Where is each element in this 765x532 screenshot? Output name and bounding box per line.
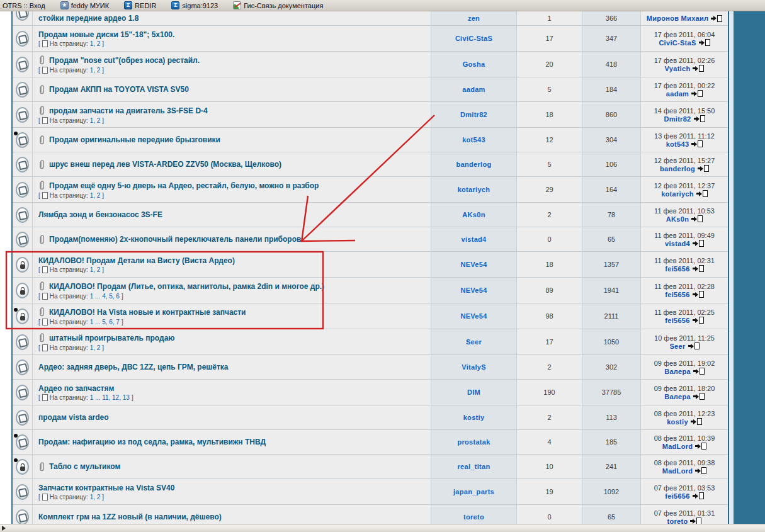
topic-title-link[interactable]: Продам: нафигацию из под седла, рамка, м…: [38, 438, 266, 446]
page-number-links[interactable]: 1 ... 11, 12, 13: [90, 394, 130, 401]
last-post-author-link[interactable]: kotariych: [661, 190, 694, 198]
topic-status-icon: [16, 157, 29, 173]
goto-last-post-icon[interactable]: [698, 165, 709, 172]
goto-last-post-icon[interactable]: [691, 140, 703, 147]
last-post-author-link[interactable]: banderlog: [660, 165, 695, 173]
topic-title-link[interactable]: Комплект грм на 1ZZ новый (в наличии, дё…: [38, 512, 222, 521]
goto-last-post-icon[interactable]: [691, 90, 703, 97]
last-post-author-link[interactable]: Seer: [669, 342, 685, 350]
last-post-author-link[interactable]: CiviC-StaS: [659, 39, 696, 47]
horizontal-scrollbar[interactable]: [0, 524, 765, 532]
page-number-links[interactable]: 1, 2: [90, 494, 101, 501]
last-post-author-link[interactable]: AKs0n: [666, 215, 689, 223]
topic-author-link[interactable]: prostatak: [457, 438, 490, 446]
topic-author-link[interactable]: japan_parts: [453, 488, 494, 495]
topic-author-link[interactable]: NEVe54: [460, 312, 487, 320]
topic-title-link[interactable]: Ардео по запчастям: [38, 384, 114, 393]
goto-last-post-icon[interactable]: [693, 291, 704, 298]
scroll-arrow-icon[interactable]: [2, 526, 6, 531]
topic-title-link[interactable]: Продам "nose cut"(обрез носа) рестайл.: [49, 56, 200, 65]
page-number-links[interactable]: 1, 2: [90, 266, 101, 273]
topic-author-link[interactable]: toreto: [463, 513, 484, 521]
topic-author-link[interactable]: banderlog: [456, 161, 492, 168]
last-post-author-link[interactable]: Миронов Михаил: [647, 14, 709, 22]
last-post-author-link[interactable]: Dmitr82: [664, 115, 691, 123]
goto-last-post-icon[interactable]: [691, 418, 702, 425]
last-post-author-link[interactable]: fei5656: [665, 291, 689, 298]
topic-title-link[interactable]: Запчасти контрактные на Vista SV40: [38, 484, 174, 492]
page-number-links[interactable]: 1 ... 5, 6, 7: [90, 319, 120, 325]
topic-author-link[interactable]: kostiy: [463, 414, 485, 421]
goto-last-post-icon[interactable]: [693, 265, 704, 272]
last-post-author-link[interactable]: Vyatich: [665, 65, 691, 72]
topic-author-link[interactable]: kotariych: [458, 186, 490, 193]
topic-author-link[interactable]: zen: [468, 14, 480, 22]
goto-last-post-icon[interactable]: [711, 15, 722, 22]
topic-title-link[interactable]: КИДАЛОВО! Продам (Литье, оптика, магнито…: [49, 282, 324, 291]
topic-title-link[interactable]: Продам новые диски 15"-18"; 5x100.: [38, 30, 174, 39]
topic-author-link[interactable]: Gosha: [463, 60, 485, 68]
goto-last-post-icon[interactable]: [693, 368, 705, 375]
last-post-author-link[interactable]: aadam: [666, 90, 689, 98]
goto-last-post-icon[interactable]: [688, 342, 700, 349]
topic-author-link[interactable]: kot543: [462, 136, 485, 144]
topic-author-link[interactable]: real_titan: [458, 463, 490, 470]
topic-title-link[interactable]: Продам оригинальные передние брызговики: [49, 135, 220, 144]
page-number-links[interactable]: 1, 2: [90, 40, 101, 47]
last-post-author-link[interactable]: fei5656: [665, 317, 689, 324]
topic-author-link[interactable]: AKs0n: [462, 211, 485, 218]
topic-author-link[interactable]: NEVe54: [460, 286, 487, 294]
topic-title-link[interactable]: Ардео: задняя дверь, ДВС 1ZZ, цепь ГРМ, …: [38, 363, 229, 371]
last-post-author-link[interactable]: MadLord: [662, 467, 693, 475]
bookmark-item[interactable]: OTRS :: Вход: [3, 2, 45, 9]
goto-last-post-icon[interactable]: [693, 240, 704, 247]
topic-author-link[interactable]: Seer: [466, 338, 482, 346]
bookmark-item[interactable]: ΣREDIR: [124, 1, 156, 9]
last-post-author-link[interactable]: MadLord: [662, 443, 693, 450]
bookmark-item[interactable]: Σsigma:9123: [171, 1, 218, 9]
last-post-author-link[interactable]: fei5656: [665, 492, 689, 500]
page-number-links[interactable]: 1, 2: [90, 344, 101, 351]
topic-author-link[interactable]: aadam: [462, 86, 485, 93]
last-post-author-link[interactable]: kostiy: [667, 418, 688, 426]
goto-last-post-icon[interactable]: [693, 492, 704, 499]
topic-title-link[interactable]: КИДАЛОВО! Продам Детали на Висту (Виста …: [38, 256, 235, 265]
topic-title-link[interactable]: КИДАЛОВО! На Vista новые и контрактные з…: [49, 308, 246, 317]
page-number-links[interactable]: 1, 2: [90, 67, 101, 74]
topic-title-link[interactable]: Продам(поменяю) 2х-кнопочный переключате…: [49, 235, 301, 244]
topic-author-link[interactable]: Dmitr82: [460, 111, 487, 118]
topic-title-link[interactable]: продам запчасти на двигатель 3S-FSE D-4: [49, 106, 208, 115]
last-post-author-link[interactable]: fei5656: [665, 265, 689, 273]
topic-title-link[interactable]: продам vista ardeo: [38, 413, 109, 422]
last-post-author-link[interactable]: Валера: [664, 368, 691, 375]
page-number-links[interactable]: 1 ... 4, 5, 6: [90, 293, 120, 300]
goto-last-post-icon[interactable]: [696, 190, 708, 197]
goto-last-post-icon[interactable]: [695, 467, 706, 474]
last-post-author-link[interactable]: Валера: [664, 393, 691, 400]
goto-last-post-icon[interactable]: [699, 39, 710, 46]
topic-title-link[interactable]: Лямбда зонд и бензонасос 3S-FE: [38, 210, 162, 219]
goto-last-post-icon[interactable]: [693, 317, 704, 324]
topic-author-link[interactable]: vistad4: [461, 235, 486, 243]
bookmark-item[interactable]: Гис-Связь документация: [233, 1, 323, 9]
topic-author-link[interactable]: VitalyS: [462, 363, 486, 371]
topic-title-link[interactable]: шрус внеш перед лев VISTA-ARDEO ZZV50 (М…: [49, 160, 281, 169]
bookmark-item[interactable]: ★feddy МУИК: [60, 1, 109, 9]
topic-author-link[interactable]: NEVe54: [460, 261, 487, 268]
topic-title-link[interactable]: штатный проигрыватель продаю: [49, 334, 175, 342]
goto-last-post-icon[interactable]: [695, 443, 706, 450]
goto-last-post-icon[interactable]: [693, 65, 704, 72]
goto-last-post-icon[interactable]: [694, 115, 705, 122]
topic-title-link[interactable]: Продам ещё одну 5-ю дверь на Ардео, рест…: [49, 181, 319, 190]
topic-author-link[interactable]: DIM: [467, 388, 480, 396]
page-number-links[interactable]: 1, 2: [90, 192, 101, 199]
topic-author-link[interactable]: CiviC-StaS: [455, 35, 492, 42]
topic-title-link[interactable]: стойки передние ардео 1.8: [38, 14, 139, 23]
last-post-author-link[interactable]: vistad4: [665, 240, 690, 247]
goto-last-post-icon[interactable]: [693, 393, 705, 400]
topic-title-link[interactable]: Продам АКПП на TOYOTA VISTA SV50: [49, 85, 189, 94]
topic-title-link[interactable]: Табло с мультиком: [49, 462, 120, 471]
page-number-links[interactable]: 1, 2: [90, 117, 101, 124]
last-post-author-link[interactable]: kot543: [666, 140, 689, 148]
goto-last-post-icon[interactable]: [691, 215, 703, 222]
